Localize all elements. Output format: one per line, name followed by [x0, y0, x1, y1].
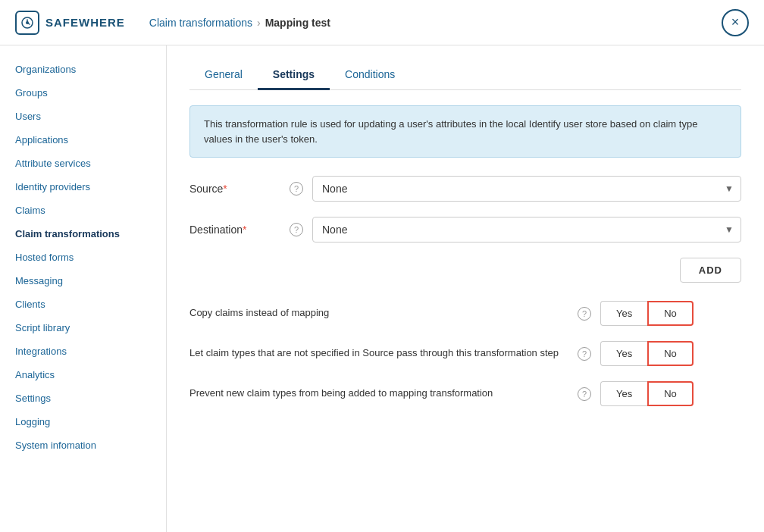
sidebar-item-claims[interactable]: Claims — [0, 199, 166, 222]
logo-text: SAFEWHERE — [45, 16, 125, 29]
add-button-row: ADD — [189, 258, 741, 283]
layout: Organizations Groups Users Applications … — [0, 45, 764, 532]
source-help-icon[interactable]: ? — [290, 182, 303, 196]
copy-claims-label: Copy claims instead of mapping — [189, 306, 568, 320]
destination-required: * — [243, 224, 246, 236]
source-label: Source* — [189, 183, 280, 195]
prevent-new-toggle: Yes No — [600, 381, 694, 406]
sidebar-item-applications[interactable]: Applications — [0, 128, 166, 152]
pass-through-help-icon[interactable]: ? — [578, 347, 591, 361]
sidebar: Organizations Groups Users Applications … — [0, 45, 167, 532]
destination-select-wrapper: None ▼ — [312, 217, 741, 243]
prevent-new-help-icon[interactable]: ? — [578, 387, 591, 401]
sidebar-item-integrations[interactable]: Integrations — [0, 340, 166, 363]
copy-claims-yes-button[interactable]: Yes — [600, 301, 647, 326]
tabs: General Settings Conditions — [189, 61, 741, 90]
sidebar-item-hosted-forms[interactable]: Hosted forms — [0, 246, 166, 269]
main-content: General Settings Conditions This transfo… — [167, 45, 764, 532]
destination-help-icon[interactable]: ? — [290, 223, 303, 236]
destination-row: Destination* ? None ▼ — [189, 217, 741, 243]
info-box: This transformation rule is used for upd… — [189, 105, 741, 158]
svg-point-1 — [26, 21, 29, 24]
sidebar-item-organizations[interactable]: Organizations — [0, 58, 166, 81]
source-select[interactable]: None — [312, 176, 741, 202]
tab-general[interactable]: General — [189, 61, 258, 90]
info-box-text: This transformation rule is used for upd… — [204, 118, 697, 145]
sidebar-item-claim-transformations[interactable]: Claim transformations — [0, 222, 166, 246]
pass-through-label: Let claim types that are not specified i… — [189, 346, 568, 360]
prevent-new-label: Prevent new claim types from being added… — [189, 386, 568, 400]
sidebar-item-attribute-services[interactable]: Attribute services — [0, 152, 166, 175]
sidebar-item-identity-providers[interactable]: Identity providers — [0, 175, 166, 199]
logo-icon — [15, 11, 39, 35]
copy-claims-help-icon[interactable]: ? — [578, 307, 591, 321]
sidebar-item-script-library[interactable]: Script library — [0, 316, 166, 340]
sidebar-item-messaging[interactable]: Messaging — [0, 269, 166, 293]
add-button[interactable]: ADD — [680, 258, 741, 283]
sidebar-item-logging[interactable]: Logging — [0, 410, 166, 433]
prevent-new-no-button[interactable]: No — [647, 381, 694, 406]
pass-through-no-button[interactable]: No — [647, 341, 694, 366]
logo: SAFEWHERE — [15, 11, 125, 35]
pass-through-toggle: Yes No — [600, 341, 694, 366]
sidebar-item-clients[interactable]: Clients — [0, 293, 166, 316]
close-button[interactable]: × — [722, 9, 749, 36]
destination-label: Destination* — [189, 224, 280, 236]
source-select-wrapper: None ▼ — [312, 176, 741, 202]
pass-through-yes-button[interactable]: Yes — [600, 341, 647, 366]
sidebar-item-users[interactable]: Users — [0, 105, 166, 128]
tab-settings[interactable]: Settings — [258, 61, 330, 90]
header: SAFEWHERE Claim transformations › Mappin… — [0, 0, 764, 45]
breadcrumb: Claim transformations › Mapping test — [149, 17, 330, 29]
source-row: Source* ? None ▼ — [189, 176, 741, 202]
breadcrumb-parent[interactable]: Claim transformations — [149, 17, 252, 29]
sidebar-item-system-information[interactable]: System infomation — [0, 433, 166, 457]
pass-through-row: Let claim types that are not specified i… — [189, 341, 741, 366]
sidebar-item-groups[interactable]: Groups — [0, 81, 166, 105]
copy-claims-no-button[interactable]: No — [647, 301, 694, 326]
sidebar-item-settings[interactable]: Settings — [0, 386, 166, 410]
copy-claims-toggle: Yes No — [600, 301, 694, 326]
destination-select[interactable]: None — [312, 217, 741, 243]
sidebar-item-analytics[interactable]: Analytics — [0, 363, 166, 386]
copy-claims-row: Copy claims instead of mapping ? Yes No — [189, 301, 741, 326]
prevent-new-yes-button[interactable]: Yes — [600, 381, 647, 406]
prevent-new-row: Prevent new claim types from being added… — [189, 381, 741, 406]
breadcrumb-current: Mapping test — [265, 17, 330, 29]
breadcrumb-separator: › — [257, 17, 261, 29]
tab-conditions[interactable]: Conditions — [330, 61, 410, 90]
header-left: SAFEWHERE Claim transformations › Mappin… — [15, 11, 330, 35]
source-required: * — [223, 183, 227, 195]
